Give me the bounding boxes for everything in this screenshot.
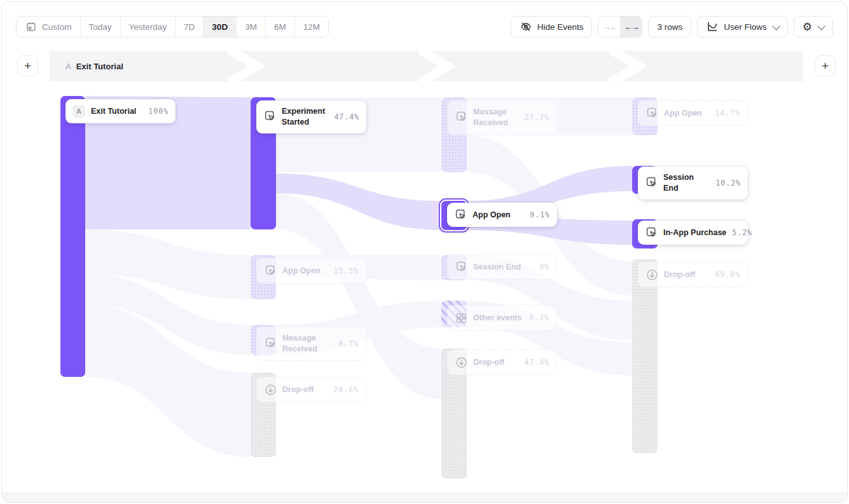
date-range-label: Custom xyxy=(42,22,72,32)
node-card-experiment-started[interactable]: Experiment Started 47.4% xyxy=(256,100,366,133)
event-icon xyxy=(455,111,467,124)
event-icon xyxy=(645,226,658,239)
node-card-app-open-c3[interactable]: App Open 9.1% xyxy=(447,203,557,227)
node-card-session-end-c4[interactable]: Session End 10.2% xyxy=(638,167,748,200)
user-flows-panel: Custom Today Yesterday 7D 30D 3M 6M 12M … xyxy=(1,1,848,503)
event-icon xyxy=(455,261,467,273)
date-range-7d[interactable]: 7D xyxy=(176,17,204,37)
node-card-app-open-c2[interactable]: App Open 15.3% xyxy=(256,258,366,283)
column-width-toggle: →← ←→ xyxy=(598,16,642,37)
node-bar-drop-off-c4[interactable] xyxy=(632,259,658,453)
event-icon xyxy=(264,337,277,350)
arrows-outward-icon: ←→ xyxy=(624,22,638,32)
event-icon xyxy=(454,208,467,221)
plus-icon: + xyxy=(822,60,829,72)
rows-button[interactable]: 3 rows xyxy=(648,16,691,37)
flow-chart-icon xyxy=(706,20,719,33)
step-chevron-separators xyxy=(50,51,803,81)
plus-icon: + xyxy=(24,60,31,72)
node-card-message-received-c2[interactable]: Message Received 8.7% xyxy=(256,327,366,361)
step-header-band: A Exit Tutorial xyxy=(50,51,803,81)
toolbar-right: Hide Events →← ←→ 3 rows User Flows xyxy=(511,16,833,37)
event-icon xyxy=(264,264,277,277)
step-letter-badge: A xyxy=(72,105,85,118)
date-range-30d[interactable]: 30D xyxy=(204,17,237,37)
node-card-drop-off-c2[interactable]: Drop-off 28.6% xyxy=(256,377,366,402)
node-card-other-events-c3[interactable]: Other events 6.7% xyxy=(447,305,557,330)
chevron-down-icon xyxy=(772,22,780,30)
drop-off-icon xyxy=(645,268,658,281)
date-range-3m[interactable]: 3M xyxy=(237,17,266,37)
node-card-message-received-c3[interactable]: Message Received 27.7% xyxy=(447,100,557,135)
date-range-today[interactable]: Today xyxy=(81,17,121,37)
arrows-inward-icon: →← xyxy=(602,22,616,32)
drop-off-icon xyxy=(455,356,467,369)
event-icon xyxy=(645,107,658,119)
gear-icon: ⚙ xyxy=(803,22,812,32)
step-a-label[interactable]: A Exit Tutorial xyxy=(66,51,123,81)
date-range-yesterday[interactable]: Yesterday xyxy=(121,17,176,37)
node-card-in-app-purchase-c4[interactable]: In-App Purchase 5.2% xyxy=(638,221,748,245)
step-letter-badge: A xyxy=(66,62,71,71)
node-card-exit-tutorial[interactable]: A Exit Tutorial 100% xyxy=(66,99,176,123)
node-card-drop-off-c3[interactable]: Drop-off 47.4% xyxy=(447,350,557,375)
chevron-down-icon xyxy=(817,22,825,30)
toolbar: Custom Today Yesterday 7D 30D 3M 6M 12M … xyxy=(16,16,833,39)
view-type-dropdown[interactable]: User Flows xyxy=(697,16,788,37)
step-title: Exit Tutorial xyxy=(76,62,123,71)
event-icon xyxy=(263,111,276,123)
add-step-left-button[interactable]: + xyxy=(17,55,38,76)
node-card-drop-off-c4[interactable]: Drop-off 69.8% xyxy=(638,262,748,287)
event-icon xyxy=(645,177,658,189)
date-range-12m[interactable]: 12M xyxy=(295,17,328,37)
calendar-icon xyxy=(25,20,38,33)
node-bar-exit-tutorial[interactable] xyxy=(60,96,85,377)
other-events-icon xyxy=(455,311,467,324)
expand-columns-button[interactable]: ←→ xyxy=(620,17,642,37)
hide-events-button[interactable]: Hide Events xyxy=(511,16,593,37)
settings-dropdown[interactable]: ⚙ xyxy=(794,16,833,37)
bottom-scroll-track[interactable] xyxy=(2,493,847,502)
eye-off-icon xyxy=(520,20,532,33)
date-range-custom[interactable]: Custom xyxy=(17,17,81,37)
drop-off-icon xyxy=(264,383,277,396)
node-card-app-open-c4[interactable]: App Open 14.7% xyxy=(638,100,748,126)
node-card-session-end-c3[interactable]: Session End 9% xyxy=(447,254,557,280)
add-step-right-button[interactable]: + xyxy=(815,55,836,76)
date-range-6m[interactable]: 6M xyxy=(266,17,295,37)
date-range-selector: Custom Today Yesterday 7D 30D 3M 6M 12M xyxy=(16,16,329,37)
collapse-columns-button[interactable]: →← xyxy=(598,17,620,37)
